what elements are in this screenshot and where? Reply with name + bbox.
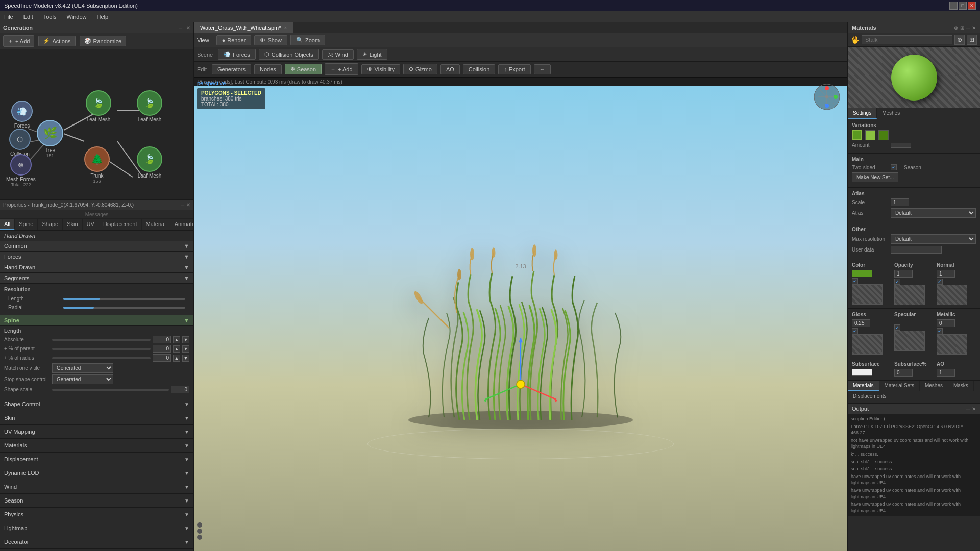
spine-header[interactable]: Spine ▼ bbox=[0, 315, 193, 326]
variation-swatch-3[interactable] bbox=[878, 130, 889, 140]
materials-search-input[interactable] bbox=[862, 35, 952, 44]
decorator-toggle[interactable]: Decorator ▼ bbox=[4, 537, 189, 546]
displacement-toggle[interactable]: Displacement ▼ bbox=[4, 455, 189, 464]
nodes-button[interactable]: Nodes bbox=[254, 64, 282, 74]
common-header[interactable]: Common ▼ bbox=[0, 241, 193, 251]
tab-spine[interactable]: Spine bbox=[15, 219, 38, 230]
node-leaf-mesh-2[interactable]: 🍃 Leaf Mesh bbox=[137, 90, 162, 122]
skin-toggle[interactable]: Skin ▼ bbox=[4, 413, 189, 422]
back-button[interactable]: ← bbox=[534, 64, 551, 74]
variation-swatch-2[interactable] bbox=[865, 130, 875, 140]
mat-search-btn1[interactable]: ⊕ bbox=[954, 35, 965, 45]
specular-texture[interactable] bbox=[894, 331, 925, 351]
radial-slider[interactable] bbox=[63, 307, 185, 309]
menu-help[interactable]: Help bbox=[95, 13, 111, 21]
percent-radius-input[interactable] bbox=[153, 354, 171, 362]
normal-texture[interactable] bbox=[937, 285, 967, 305]
normal-input[interactable] bbox=[937, 270, 955, 278]
percent-radius-slider[interactable] bbox=[52, 357, 151, 359]
mat-bottom-tab-materials[interactable]: Materials bbox=[848, 381, 879, 391]
make-new-set-button[interactable]: Make New Set... bbox=[852, 172, 898, 182]
subsurface-swatch[interactable] bbox=[852, 369, 872, 376]
gen-panel-collapse[interactable]: ─ bbox=[179, 25, 182, 31]
max-resolution-dropdown[interactable]: Default bbox=[891, 234, 976, 244]
pct-parent-arrow-up[interactable]: ▲ bbox=[173, 345, 180, 353]
tab-all[interactable]: All bbox=[0, 219, 15, 230]
minimize-button[interactable]: ─ bbox=[949, 2, 958, 10]
percent-parent-slider[interactable] bbox=[52, 348, 151, 350]
pct-parent-arrow-down[interactable]: ▼ bbox=[182, 345, 189, 353]
node-forces[interactable]: 💨 Forces bbox=[11, 101, 33, 129]
gloss-checkbox[interactable]: ✓ bbox=[852, 328, 858, 334]
shape-scale-slider[interactable] bbox=[52, 389, 169, 391]
mat-bottom-tab-meshes[interactable]: Meshes bbox=[920, 381, 948, 391]
show-button[interactable]: 👁 Show bbox=[254, 35, 287, 45]
output-collapse[interactable]: ─ bbox=[966, 406, 970, 412]
mat-bottom-tab-sets[interactable]: Material Sets bbox=[879, 381, 920, 391]
add-edit-button[interactable]: ＋ + Add bbox=[325, 63, 358, 75]
metallic-checkbox[interactable]: ✓ bbox=[937, 328, 943, 334]
segments-header[interactable]: Segments ▼ bbox=[0, 273, 193, 283]
hand-icon[interactable]: 🖐 bbox=[851, 36, 860, 44]
nav-dot-3[interactable] bbox=[197, 535, 202, 540]
add-button[interactable]: ＋ + Add bbox=[3, 35, 34, 47]
menu-file[interactable]: File bbox=[2, 13, 15, 21]
zoom-button[interactable]: 🔍 Zoom bbox=[290, 35, 325, 45]
season-edit-button[interactable]: ❄ Season bbox=[285, 64, 322, 74]
opacity-checkbox[interactable]: ✓ bbox=[894, 279, 900, 285]
metallic-input[interactable] bbox=[937, 319, 955, 327]
gloss-texture[interactable] bbox=[852, 334, 883, 355]
output-close[interactable]: ✕ bbox=[972, 406, 976, 412]
render-button[interactable]: ● Render bbox=[216, 35, 252, 45]
shape-scale-input[interactable] bbox=[171, 386, 189, 393]
gen-panel-close[interactable]: ✕ bbox=[186, 25, 190, 31]
viewport-gizmo[interactable] bbox=[813, 83, 841, 111]
node-collision[interactable]: ⬡ Collision bbox=[9, 129, 31, 157]
mat-header-btn1[interactable]: ⊕ bbox=[954, 25, 958, 31]
props-collapse[interactable]: ─ bbox=[181, 202, 184, 208]
node-tree[interactable]: 🌿 Tree 151 bbox=[37, 120, 63, 158]
forces-header[interactable]: Forces ▼ bbox=[0, 252, 193, 262]
actions-button[interactable]: ⚡ Actions bbox=[38, 36, 75, 46]
wind-toggle[interactable]: Wind ▼ bbox=[4, 482, 189, 491]
normal-checkbox[interactable]: ✓ bbox=[937, 279, 943, 285]
absolute-input[interactable] bbox=[153, 336, 171, 343]
wind-button[interactable]: 🌬 Wind bbox=[322, 49, 354, 60]
physics-toggle[interactable]: Physics ▼ bbox=[4, 510, 189, 519]
generators-button[interactable]: Generators bbox=[212, 64, 251, 74]
specular-checkbox[interactable]: ✓ bbox=[894, 324, 900, 331]
viewport[interactable]: perspective POLYGONS - SELECTED branches… bbox=[194, 77, 847, 551]
amount-slider[interactable] bbox=[891, 143, 911, 148]
collision-button[interactable]: ⬡ Collision Objects bbox=[259, 49, 319, 60]
absolute-slider[interactable] bbox=[52, 339, 151, 341]
opacity-texture[interactable] bbox=[894, 285, 925, 305]
metallic-texture[interactable] bbox=[937, 334, 967, 355]
atlas-scale-input[interactable] bbox=[891, 198, 909, 206]
two-sided-checkbox[interactable]: ✓ bbox=[891, 164, 897, 170]
close-button[interactable]: ✕ bbox=[968, 2, 976, 10]
mat-search-btn2[interactable]: ⊞ bbox=[967, 35, 977, 45]
tab-uv[interactable]: UV bbox=[83, 219, 99, 230]
node-mesh-forces[interactable]: ⊛ Mesh Forces Total: 222 bbox=[6, 154, 36, 187]
opacity-input[interactable] bbox=[894, 270, 913, 278]
forces-button[interactable]: 💨 Forces bbox=[218, 49, 256, 60]
mat-tab-settings[interactable]: Settings bbox=[848, 108, 877, 119]
dynamic-lod-toggle[interactable]: Dynamic LOD ▼ bbox=[4, 468, 189, 478]
node-trunk[interactable]: 🌲 Trunk 156 bbox=[84, 146, 110, 184]
pct-radius-arrow-up[interactable]: ▲ bbox=[173, 355, 180, 362]
subsurface-pct-input[interactable] bbox=[894, 369, 913, 377]
node-leaf-mesh-3[interactable]: 🍃 Leaf Mesh bbox=[137, 146, 162, 179]
mat-header-collapse[interactable]: ─ bbox=[966, 25, 970, 31]
absolute-arrow-up[interactable]: ▲ bbox=[173, 336, 180, 343]
match-v-tile-dropdown[interactable]: Generated bbox=[52, 363, 113, 373]
collision-edit-button[interactable]: Collision bbox=[463, 64, 496, 74]
percent-parent-input[interactable] bbox=[153, 345, 171, 353]
user-data-input[interactable] bbox=[891, 246, 942, 254]
tab-skin[interactable]: Skin bbox=[63, 219, 82, 230]
tab-animation[interactable]: Animation bbox=[170, 219, 193, 230]
color-checkbox[interactable]: ✓ bbox=[852, 278, 858, 284]
randomize-button[interactable]: 🎲 Randomize bbox=[80, 36, 127, 46]
color-swatch[interactable] bbox=[852, 270, 872, 277]
mat-tab-meshes[interactable]: Meshes bbox=[877, 108, 905, 119]
mat-bottom-tab-displacements[interactable]: Displacements bbox=[848, 391, 892, 401]
